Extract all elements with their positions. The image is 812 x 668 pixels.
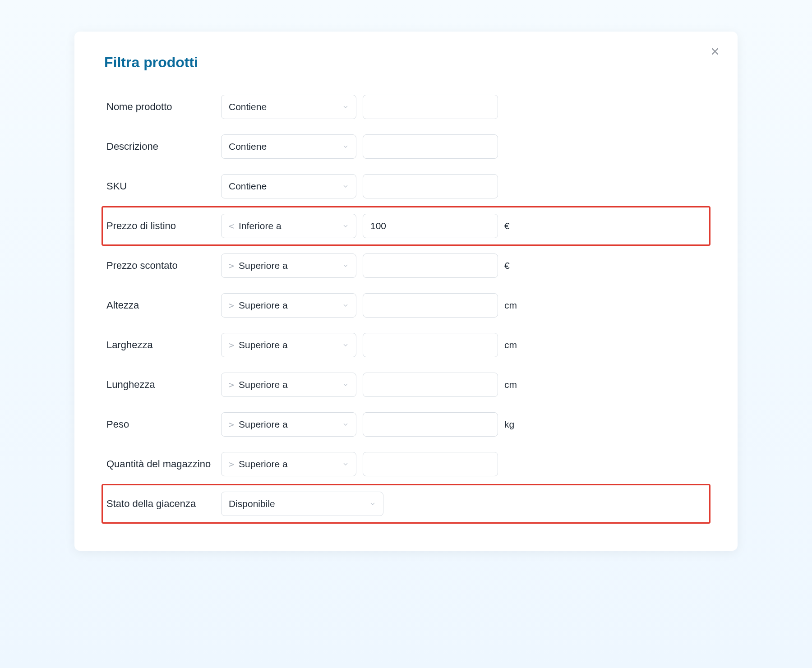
operator-text: Superiore a	[239, 300, 288, 311]
value-input-prezzo-listino[interactable]	[363, 214, 498, 238]
filter-row-altezza: Altezza>Superiore acm	[102, 286, 710, 325]
unit-label: kg	[504, 419, 531, 430]
operator-select-peso[interactable]: >Superiore a	[221, 412, 356, 437]
operator-select-lunghezza[interactable]: >Superiore a	[221, 373, 356, 397]
operator-symbol: <	[229, 221, 234, 231]
chevron-down-icon	[341, 420, 350, 428]
value-input-descrizione[interactable]	[363, 134, 498, 159]
chevron-down-icon	[341, 381, 350, 389]
unit-label: cm	[504, 379, 531, 390]
operator-select-descrizione[interactable]: Contiene	[221, 134, 356, 159]
filter-row-stato-giacenza: Stato della giacenzaDisponibile	[102, 484, 710, 524]
operator-select-quantita[interactable]: >Superiore a	[221, 452, 356, 476]
modal-title: Filtra prodotti	[104, 54, 710, 71]
filter-label-prezzo-listino: Prezzo di listino	[106, 220, 215, 233]
filter-row-sku: SKUContiene	[102, 166, 710, 206]
value-input-nome-prodotto[interactable]	[363, 95, 498, 119]
chevron-down-icon	[341, 460, 350, 468]
unit-label: cm	[504, 300, 531, 311]
operator-symbol: >	[229, 459, 234, 470]
filter-label-stato-giacenza: Stato della giacenza	[106, 498, 215, 511]
operator-select-prezzo-listino[interactable]: <Inferiore a	[221, 214, 356, 238]
filter-label-lunghezza: Lunghezza	[106, 378, 215, 392]
filter-label-peso: Peso	[106, 418, 215, 431]
operator-text: Superiore a	[239, 419, 288, 430]
operator-symbol: >	[229, 379, 234, 390]
operator-text: Superiore a	[239, 379, 288, 390]
chevron-down-icon	[341, 143, 350, 151]
filter-row-prezzo-scontato: Prezzo scontato>Superiore a€	[102, 246, 710, 286]
value-input-sku[interactable]	[363, 174, 498, 198]
operator-select-sku[interactable]: Contiene	[221, 174, 356, 198]
operator-text: Superiore a	[239, 260, 288, 271]
operator-text: Inferiore a	[239, 221, 281, 231]
filter-row-descrizione: DescrizioneContiene	[102, 127, 710, 166]
operator-text: Superiore a	[239, 459, 288, 470]
filter-row-peso: Peso>Superiore akg	[102, 405, 710, 444]
operator-select-prezzo-scontato[interactable]: >Superiore a	[221, 253, 356, 278]
filter-label-nome-prodotto: Nome prodotto	[106, 101, 215, 114]
operator-select-altezza[interactable]: >Superiore a	[221, 293, 356, 318]
operator-symbol: >	[229, 340, 234, 350]
value-input-peso[interactable]	[363, 412, 498, 437]
unit-label: €	[504, 221, 531, 231]
operator-select-larghezza[interactable]: >Superiore a	[221, 333, 356, 357]
operator-text: Contiene	[229, 181, 267, 192]
filter-label-altezza: Altezza	[106, 299, 215, 312]
filter-modal: Filtra prodotti Nome prodottoContieneDes…	[74, 32, 738, 551]
operator-symbol: >	[229, 419, 234, 430]
value-input-quantita[interactable]	[363, 452, 498, 476]
chevron-down-icon	[341, 182, 350, 190]
operator-symbol: >	[229, 260, 234, 271]
value-input-larghezza[interactable]	[363, 333, 498, 357]
operator-select-nome-prodotto[interactable]: Contiene	[221, 95, 356, 119]
filter-label-larghezza: Larghezza	[106, 339, 215, 352]
operator-symbol: >	[229, 300, 234, 311]
chevron-down-icon	[341, 103, 350, 111]
filter-label-prezzo-scontato: Prezzo scontato	[106, 259, 215, 272]
filter-row-prezzo-listino: Prezzo di listino<Inferiore a€	[102, 206, 710, 246]
filter-row-nome-prodotto: Nome prodottoContiene	[102, 87, 710, 127]
close-icon	[710, 46, 720, 56]
chevron-down-icon	[341, 262, 350, 270]
filter-row-larghezza: Larghezza>Superiore acm	[102, 325, 710, 365]
filter-label-sku: SKU	[106, 180, 215, 193]
operator-text: Disponibile	[229, 498, 275, 509]
value-input-prezzo-scontato[interactable]	[363, 253, 498, 278]
filter-rows: Nome prodottoContieneDescrizioneContiene…	[102, 87, 710, 524]
chevron-down-icon	[369, 500, 377, 508]
close-button[interactable]	[708, 44, 722, 59]
unit-label: cm	[504, 340, 531, 350]
filter-label-descrizione: Descrizione	[106, 140, 215, 153]
operator-text: Contiene	[229, 141, 267, 152]
chevron-down-icon	[341, 301, 350, 309]
chevron-down-icon	[341, 222, 350, 230]
value-input-altezza[interactable]	[363, 293, 498, 318]
unit-label: €	[504, 260, 531, 271]
chevron-down-icon	[341, 341, 350, 349]
value-input-lunghezza[interactable]	[363, 373, 498, 397]
operator-select-stato-giacenza[interactable]: Disponibile	[221, 492, 383, 516]
operator-text: Contiene	[229, 101, 267, 112]
filter-label-quantita: Quantità del magazzino	[106, 458, 215, 471]
operator-text: Superiore a	[239, 340, 288, 350]
filter-row-quantita: Quantità del magazzino>Superiore a	[102, 444, 710, 484]
filter-row-lunghezza: Lunghezza>Superiore acm	[102, 365, 710, 405]
